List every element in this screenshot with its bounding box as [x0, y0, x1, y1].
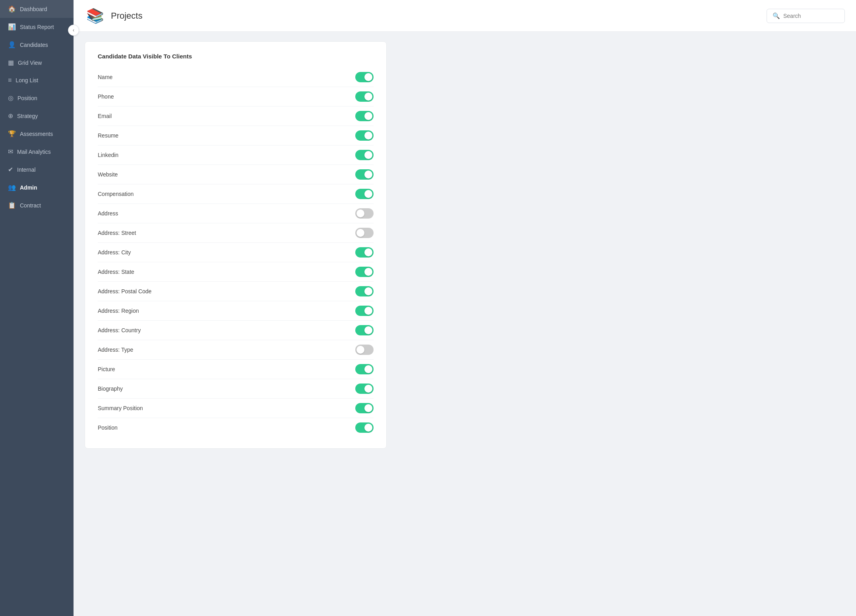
toggle-track-email: [355, 111, 374, 121]
toggle-summary-position[interactable]: [355, 403, 374, 413]
toggle-knob-position: [364, 424, 372, 432]
toggle-address-region[interactable]: [355, 306, 374, 316]
toggle-knob-address-region: [364, 307, 372, 315]
toggle-address[interactable]: [355, 208, 374, 219]
toggle-track-address: [355, 208, 374, 219]
sidebar-item-position[interactable]: ◎ Position: [0, 89, 74, 107]
toggle-position[interactable]: [355, 422, 374, 433]
toggle-email[interactable]: [355, 111, 374, 121]
toggle-track-phone: [355, 91, 374, 102]
toggle-track-linkedin: [355, 150, 374, 160]
toggle-knob-resume: [364, 132, 372, 139]
sidebar-item-assessments[interactable]: 🏆 Assessments: [0, 125, 74, 143]
sidebar-item-long-list[interactable]: ≡ Long List: [0, 72, 74, 89]
toggle-knob-compensation: [364, 190, 372, 198]
toggle-address-postal-code[interactable]: [355, 286, 374, 296]
toggle-track-address-region: [355, 306, 374, 316]
toggle-row-address-street: Address: Street: [98, 223, 374, 243]
sidebar-label-assessments: Assessments: [20, 131, 53, 137]
toggle-compensation[interactable]: [355, 189, 374, 199]
toggle-track-picture: [355, 364, 374, 374]
toggle-address-state[interactable]: [355, 267, 374, 277]
toggle-row-address-type: Address: Type: [98, 340, 374, 360]
long-list-icon: ≡: [8, 77, 12, 84]
toggle-label-address-city: Address: City: [98, 249, 131, 256]
toggle-name[interactable]: [355, 72, 374, 82]
toggle-track-resume: [355, 130, 374, 141]
toggle-row-position: Position: [98, 418, 374, 437]
sidebar-item-status-report[interactable]: 📊 Status Report: [0, 18, 74, 36]
toggle-knob-summary-position: [364, 404, 372, 412]
toggle-track-address-postal-code: [355, 286, 374, 296]
toggle-track-position: [355, 422, 374, 433]
toggle-knob-address-country: [364, 326, 372, 334]
toggle-track-website: [355, 169, 374, 180]
contract-icon: 📋: [8, 201, 16, 209]
toggle-row-biography: Biography: [98, 379, 374, 399]
toggle-row-website: Website: [98, 165, 374, 184]
toggle-label-picture: Picture: [98, 366, 115, 372]
sidebar-label-position: Position: [17, 95, 37, 101]
toggle-row-address-state: Address: State: [98, 262, 374, 282]
sidebar-label-candidates: Candidates: [20, 42, 48, 48]
toggle-row-compensation: Compensation: [98, 184, 374, 204]
toggle-knob-linkedin: [364, 151, 372, 159]
dashboard-icon: 🏠: [8, 5, 16, 13]
toggle-track-address-state: [355, 267, 374, 277]
toggle-phone[interactable]: [355, 91, 374, 102]
sidebar-item-dashboard[interactable]: 🏠 Dashboard: [0, 0, 74, 18]
toggle-track-name: [355, 72, 374, 82]
toggle-track-address-city: [355, 247, 374, 258]
toggle-row-address: Address: [98, 204, 374, 223]
header: 📚 Projects 🔍: [74, 0, 856, 32]
toggle-address-city[interactable]: [355, 247, 374, 258]
toggle-label-compensation: Compensation: [98, 191, 134, 197]
admin-icon: 👥: [8, 184, 16, 191]
sidebar-collapse-button[interactable]: ‹: [68, 25, 79, 36]
toggle-label-position: Position: [98, 424, 118, 431]
toggle-label-summary-position: Summary Position: [98, 405, 143, 411]
toggle-resume[interactable]: [355, 130, 374, 141]
toggle-knob-address: [356, 209, 364, 217]
toggle-track-address-type: [355, 345, 374, 355]
toggle-label-phone: Phone: [98, 93, 114, 100]
toggle-knob-address-postal-code: [364, 287, 372, 295]
sidebar-item-grid-view[interactable]: ▦ Grid View: [0, 54, 74, 72]
sidebar-label-admin: Admin: [20, 184, 37, 191]
toggle-track-address-country: [355, 325, 374, 335]
toggle-website[interactable]: [355, 169, 374, 180]
toggle-knob-address-street: [356, 229, 364, 237]
toggle-knob-phone: [364, 93, 372, 101]
search-input[interactable]: [783, 13, 839, 19]
toggle-label-linkedin: Linkedin: [98, 152, 118, 158]
toggle-row-linkedin: Linkedin: [98, 145, 374, 165]
toggle-label-address-region: Address: Region: [98, 308, 139, 314]
app-logo: 📚: [85, 6, 105, 26]
toggle-biography[interactable]: [355, 384, 374, 394]
toggle-track-compensation: [355, 189, 374, 199]
toggle-row-address-postal-code: Address: Postal Code: [98, 282, 374, 301]
sidebar-item-admin[interactable]: 👥 Admin: [0, 178, 74, 196]
sidebar-item-contract[interactable]: 📋 Contract: [0, 196, 74, 214]
toggle-address-street[interactable]: [355, 228, 374, 238]
sidebar-item-candidates[interactable]: 👤 Candidates: [0, 36, 74, 54]
sidebar-item-internal[interactable]: ✔ Internal: [0, 161, 74, 178]
toggle-address-country[interactable]: [355, 325, 374, 335]
main-area: 📚 Projects 🔍 Candidate Data Visible To C…: [74, 0, 856, 616]
candidates-icon: 👤: [8, 41, 16, 48]
toggle-label-address-type: Address: Type: [98, 347, 133, 353]
toggle-row-name: Name: [98, 68, 374, 87]
search-box[interactable]: 🔍: [767, 9, 845, 23]
sidebar-item-strategy[interactable]: ⊕ Strategy: [0, 107, 74, 125]
toggle-address-type[interactable]: [355, 345, 374, 355]
sidebar-item-mail-analytics[interactable]: ✉ Mail Analytics: [0, 143, 74, 161]
toggle-knob-address-city: [364, 248, 372, 256]
toggle-linkedin[interactable]: [355, 150, 374, 160]
sidebar-label-grid-view: Grid View: [18, 60, 42, 66]
toggle-label-name: Name: [98, 74, 112, 80]
sidebar-label-long-list: Long List: [15, 77, 38, 83]
toggle-picture[interactable]: [355, 364, 374, 374]
toggle-knob-email: [364, 112, 372, 120]
position-icon: ◎: [8, 94, 14, 102]
strategy-icon: ⊕: [8, 112, 13, 120]
